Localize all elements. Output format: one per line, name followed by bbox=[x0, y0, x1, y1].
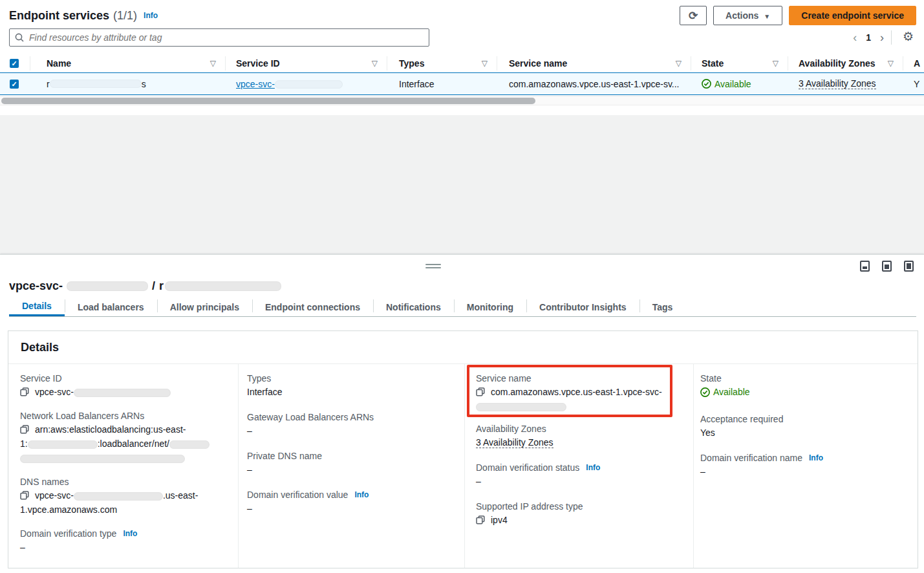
tab-allow-principals[interactable]: Allow principals bbox=[157, 297, 252, 316]
tab-notifications[interactable]: Notifications bbox=[373, 297, 454, 316]
details-column-3: Service name com.amazonaws.vpce.us-east-… bbox=[476, 372, 683, 537]
availability-zones-popover-link[interactable]: 3 Availability Zones bbox=[799, 78, 876, 89]
row-types-cell: Interface bbox=[387, 73, 497, 94]
redacted-text bbox=[50, 80, 142, 88]
header-actions: ⟳ Actions ▼ Create endpoint service bbox=[680, 6, 916, 25]
status-badge: Available bbox=[700, 385, 750, 399]
status-available-icon bbox=[700, 387, 710, 397]
column-header-types[interactable]: Types ▽ bbox=[387, 54, 497, 72]
filter-icon[interactable]: ▽ bbox=[210, 59, 216, 68]
redacted-text bbox=[275, 80, 343, 89]
service-id-link[interactable]: vpce-svc- bbox=[236, 79, 343, 89]
row-service-id-cell: vpce-svc- bbox=[225, 73, 387, 94]
info-link[interactable]: Info bbox=[809, 451, 823, 464]
field-private-dns: Private DNS name – bbox=[247, 449, 447, 477]
details-card-title: Details bbox=[21, 341, 59, 354]
search-icon bbox=[15, 33, 24, 42]
field-service-id: Service ID vpce-svc- bbox=[20, 372, 227, 399]
actions-button[interactable]: Actions ▼ bbox=[713, 6, 782, 25]
redacted-text bbox=[20, 455, 185, 463]
info-link[interactable]: Info bbox=[144, 11, 158, 20]
resource-count: (1/1) bbox=[113, 9, 137, 23]
status-available-icon bbox=[702, 79, 711, 89]
details-card: Details Service ID vpce-svc- Net bbox=[8, 330, 918, 568]
row-service-name-cell: com.amazonaws.vpce.us-east-1.vpce-sv... bbox=[497, 73, 691, 94]
copy-icon[interactable] bbox=[476, 387, 485, 396]
column-header-acceptance[interactable]: A bbox=[903, 54, 924, 72]
column-header-service-id[interactable]: Service ID ▽ bbox=[225, 54, 387, 72]
page-title: Endpoint services bbox=[9, 9, 109, 23]
field-domain-verification-name: Domain verification name Info – bbox=[700, 451, 907, 479]
column-header-service-name[interactable]: Service name ▽ bbox=[497, 54, 691, 72]
redacted-text bbox=[169, 440, 210, 449]
refresh-button[interactable]: ⟳ bbox=[680, 6, 707, 25]
column-header-state[interactable]: State ▽ bbox=[691, 54, 788, 72]
row-name-cell: rs bbox=[30, 73, 225, 94]
table-row[interactable]: ✓ rs vpce-svc- Interface com.amazonaws.v… bbox=[0, 72, 924, 95]
info-link[interactable]: Info bbox=[586, 461, 600, 474]
select-all-cell: ✓ bbox=[10, 54, 29, 72]
field-supported-ip: Supported IP address type ipv4 bbox=[476, 500, 683, 527]
refresh-icon: ⟳ bbox=[689, 9, 698, 23]
column-header-availability-zones[interactable]: Availability Zones ▽ bbox=[788, 54, 903, 72]
panel-tabs: Details Load balancers Allow principals … bbox=[9, 297, 916, 317]
redacted-text bbox=[28, 440, 98, 449]
column-header-name[interactable]: Name ▽ bbox=[30, 54, 225, 72]
horizontal-scrollbar bbox=[0, 96, 924, 105]
field-state: State Available bbox=[700, 372, 907, 401]
info-link[interactable]: Info bbox=[354, 488, 369, 501]
create-endpoint-service-button[interactable]: Create endpoint service bbox=[789, 6, 916, 25]
field-glb-arns: Gateway Load Balancers ARNs – bbox=[247, 411, 447, 438]
chevron-right-icon[interactable]: › bbox=[880, 32, 884, 43]
redacted-text bbox=[476, 403, 566, 411]
page-number[interactable]: 1 bbox=[866, 32, 871, 43]
filter-icon[interactable]: ▽ bbox=[773, 59, 779, 68]
tab-endpoint-connections[interactable]: Endpoint connections bbox=[252, 297, 373, 316]
panel-size-full-button[interactable] bbox=[904, 261, 914, 272]
chevron-left-icon[interactable]: ‹ bbox=[853, 32, 857, 43]
tab-monitoring[interactable]: Monitoring bbox=[454, 297, 526, 316]
horizontal-scrollbar-thumb[interactable] bbox=[1, 98, 535, 104]
redacted-text bbox=[74, 389, 171, 397]
filter-icon[interactable]: ▽ bbox=[676, 59, 682, 68]
copy-icon[interactable] bbox=[476, 515, 485, 524]
settings-gear-icon[interactable]: ⚙ bbox=[903, 29, 914, 44]
search-box[interactable] bbox=[9, 28, 429, 47]
tab-load-balancers[interactable]: Load balancers bbox=[65, 297, 157, 316]
pagination: ‹ 1 › bbox=[853, 28, 884, 47]
filter-icon[interactable]: ▽ bbox=[482, 59, 488, 68]
panel-layout-controls bbox=[860, 261, 914, 272]
tab-tags[interactable]: Tags bbox=[639, 297, 686, 316]
field-domain-verification-value: Domain verification value Info – bbox=[247, 488, 447, 515]
endpoint-services-list-section: Endpoint services (1/1) Info ⟳ Actions ▼… bbox=[0, 0, 924, 115]
search-input[interactable] bbox=[29, 32, 424, 43]
tab-contributor-insights[interactable]: Contributor Insights bbox=[526, 297, 639, 316]
availability-zones-popover-link[interactable]: 3 Availability Zones bbox=[476, 437, 553, 448]
toolbar-divider bbox=[891, 30, 892, 45]
redacted-text bbox=[74, 492, 163, 501]
panel-size-small-button[interactable] bbox=[860, 261, 870, 272]
row-checkbox[interactable]: ✓ bbox=[10, 80, 19, 89]
panel-drag-handle[interactable] bbox=[425, 264, 441, 269]
tab-details[interactable]: Details bbox=[9, 297, 65, 316]
page-header: Endpoint services (1/1) Info ⟳ Actions ▼… bbox=[9, 5, 916, 26]
field-service-name: Service name com.amazonaws.vpce.us-east-… bbox=[476, 372, 683, 413]
field-dns-names: DNS names vpce-svc-.us-east- 1.vpce.amaz… bbox=[20, 475, 227, 517]
filter-icon[interactable]: ▽ bbox=[888, 59, 894, 68]
copy-icon[interactable] bbox=[20, 425, 29, 434]
info-link[interactable]: Info bbox=[123, 527, 137, 540]
row-state-cell: Available bbox=[691, 73, 788, 94]
panel-size-medium-button[interactable] bbox=[882, 261, 892, 272]
empty-background bbox=[0, 115, 924, 254]
status-badge: Available bbox=[702, 79, 751, 89]
field-types: Types Interface bbox=[247, 372, 447, 399]
select-all-checkbox[interactable]: ✓ bbox=[10, 59, 19, 68]
field-availability-zones: Availability Zones 3 Availability Zones bbox=[476, 422, 683, 449]
copy-icon[interactable] bbox=[20, 387, 29, 396]
table-header: ✓ Name ▽ Service ID ▽ Types ▽ Service na… bbox=[0, 54, 924, 72]
copy-icon[interactable] bbox=[20, 491, 29, 500]
caret-down-icon: ▼ bbox=[764, 13, 770, 20]
field-nlb-arns: Network Load Balancers ARNs arn:aws:elas… bbox=[20, 409, 227, 465]
row-acceptance-cell: Y bbox=[903, 73, 924, 94]
filter-icon[interactable]: ▽ bbox=[372, 59, 378, 68]
